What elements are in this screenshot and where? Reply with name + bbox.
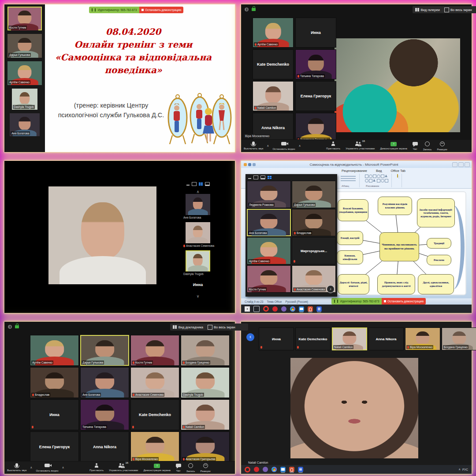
- window-buttons[interactable]: [452, 162, 470, 167]
- participant-tile[interactable]: Артём Савенко: [30, 335, 79, 366]
- participant-tile[interactable]: Аня Богатова: [80, 367, 129, 398]
- active-speaker-video[interactable]: [290, 358, 418, 458]
- participant-tile[interactable]: Dashyla Trugob: [181, 367, 230, 398]
- speaker-view-icon[interactable]: [253, 175, 258, 179]
- save-icon[interactable]: [248, 163, 251, 166]
- system-tray[interactable]: ∧ РУС: [458, 468, 468, 471]
- participant-tile[interactable]: Богдана Гриценко: [442, 327, 476, 350]
- participant-tile[interactable]: Анастасия Григорье...: [295, 113, 336, 143]
- filmstrip-view-icon[interactable]: [205, 182, 210, 186]
- participant-tile[interactable]: Анастасия Григорьева: [181, 431, 230, 462]
- mic-options-caret[interactable]: ∧: [266, 144, 270, 148]
- fullscreen-button[interactable]: Во весь экран: [442, 6, 476, 13]
- participant-tile[interactable]: [186, 194, 210, 215]
- minimize-icon[interactable]: [186, 185, 190, 186]
- participant-tile[interactable]: Дарья Гулькова: [80, 335, 129, 366]
- stop-share-button[interactable]: Остановить демонстрацию: [382, 298, 426, 305]
- quick-access-toolbar[interactable]: [244, 163, 256, 166]
- participant-tile[interactable]: Елена Григорук: [295, 81, 336, 111]
- drawing-group[interactable]: Рисование: [364, 174, 392, 187]
- mail-icon[interactable]: [299, 306, 304, 312]
- tab-office-tab[interactable]: Office Tab: [389, 168, 408, 173]
- participant-tile[interactable]: Аня Богатова: [10, 113, 40, 136]
- gallery-view-icon[interactable]: [199, 182, 203, 186]
- manage-participants-button[interactable]: 16Управлять участниками: [106, 463, 141, 472]
- tab-view[interactable]: Вид: [374, 168, 384, 173]
- share-screen-button[interactable]: ↑Демонстрация экрана: [377, 142, 409, 150]
- participant-tile[interactable]: Віра Москаленко: [405, 327, 440, 350]
- participant-tile[interactable]: Елена Григорук: [30, 431, 79, 462]
- chrome-icon[interactable]: [290, 306, 295, 312]
- office-button-icon[interactable]: [244, 163, 247, 166]
- record-button[interactable]: Запись: [420, 141, 435, 151]
- start-button[interactable]: [245, 306, 250, 312]
- participant-tile[interactable]: Natali Camilon: [332, 327, 367, 350]
- participant-tile[interactable]: Дарья Гулькова: [7, 34, 42, 58]
- participant-tile[interactable]: Kate Demchenko: [295, 327, 331, 350]
- paragraph-group[interactable]: Абзац: [340, 174, 360, 187]
- app-icon[interactable]: [272, 306, 278, 312]
- tab-review[interactable]: Рецензирование: [340, 168, 369, 173]
- tray-chevron-icon[interactable]: ∧: [458, 468, 461, 471]
- active-speaker-video[interactable]: [335, 38, 460, 132]
- stop-video-button[interactable]: Остановить видео: [270, 141, 298, 151]
- reactions-button[interactable]: Реакции: [434, 141, 450, 151]
- participant-tile[interactable]: Костя Гутник: [247, 265, 291, 293]
- participant-tile[interactable]: Kate Demchenko: [130, 399, 179, 430]
- language-indicator[interactable]: Русский (Россия): [285, 300, 308, 303]
- scroll-down-chevron[interactable]: ∨: [182, 294, 213, 298]
- speaker-view-button[interactable]: Вид докладчика: [170, 324, 206, 331]
- powerpoint-icon[interactable]: [289, 467, 294, 472]
- opera-icon[interactable]: [263, 306, 269, 312]
- word-icon[interactable]: [298, 467, 303, 472]
- participant-tile[interactable]: Владислав: [292, 209, 336, 236]
- participant-tile[interactable]: Артём Савенко: [253, 18, 294, 48]
- participant-tile[interactable]: Владислав: [30, 367, 79, 398]
- participant-tile[interactable]: Natali Camilon: [253, 81, 294, 111]
- undo-icon[interactable]: [253, 163, 256, 166]
- stop-share-button[interactable]: Остановить демонстрацию: [139, 7, 183, 13]
- participant-tile[interactable]: Віра Москаленко: [130, 431, 179, 462]
- speaker-view-icon[interactable]: [192, 182, 197, 186]
- participant-tile[interactable]: Kate Demchenko: [253, 49, 294, 79]
- gallery-view-icon[interactable]: [268, 176, 271, 179]
- participant-tile[interactable]: Анастасия Семенова: [130, 367, 179, 398]
- chat-button[interactable]: Чат: [410, 141, 420, 151]
- participant-tile[interactable]: Инна: [259, 327, 294, 350]
- record-button[interactable]: Запись: [184, 463, 198, 473]
- video-options-caret[interactable]: ∧: [61, 466, 65, 469]
- powerpoint-icon[interactable]: [308, 306, 313, 312]
- stop-video-button[interactable]: Остановить видео: [33, 463, 61, 472]
- info-icon[interactable]: [8, 325, 12, 329]
- participant-tile[interactable]: Костя Гутник: [7, 7, 42, 30]
- close-button[interactable]: [465, 162, 470, 167]
- mute-button[interactable]: Выключить звук: [4, 463, 29, 472]
- mail-icon[interactable]: [280, 467, 286, 472]
- tray-language[interactable]: РУС: [462, 468, 468, 471]
- info-icon[interactable]: [245, 7, 249, 11]
- filmstrip-view-icon[interactable]: [260, 175, 265, 179]
- mic-options-caret[interactable]: ∧: [29, 466, 33, 469]
- invite-button[interactable]: Пригласить: [87, 463, 106, 472]
- participant-tile[interactable]: Dashyla Trugob: [12, 89, 37, 110]
- back-button[interactable]: ‹: [246, 333, 254, 341]
- participant-tile[interactable]: Инна: [295, 18, 336, 48]
- maximize-button[interactable]: [458, 162, 464, 167]
- minimize-button[interactable]: [452, 162, 457, 167]
- participant-tile[interactable]: Natali Camilon: [181, 399, 230, 430]
- arrange-group[interactable]: [396, 174, 402, 187]
- invite-button[interactable]: Пригласить: [324, 141, 343, 150]
- share-screen-button[interactable]: ↑Демонстрация экрана: [141, 464, 173, 472]
- participant-tile[interactable]: Миргородськи...: [292, 237, 336, 264]
- participant-tile[interactable]: Людмила Рожкова: [247, 181, 291, 208]
- viber-icon[interactable]: [281, 306, 286, 312]
- participant-tile[interactable]: [186, 222, 210, 243]
- participant-tile[interactable]: Инна: [30, 399, 79, 430]
- participant-tile[interactable]: Anna Nikora: [80, 431, 129, 462]
- participant-tile[interactable]: [186, 250, 210, 271]
- app-icon[interactable]: [254, 467, 259, 472]
- fullscreen-button[interactable]: Во весь экран: [205, 324, 248, 331]
- viber-icon[interactable]: [263, 467, 268, 472]
- participant-tile[interactable]: Аня Богатова: [247, 209, 291, 236]
- participant-tile[interactable]: Костя Гутник: [130, 335, 179, 366]
